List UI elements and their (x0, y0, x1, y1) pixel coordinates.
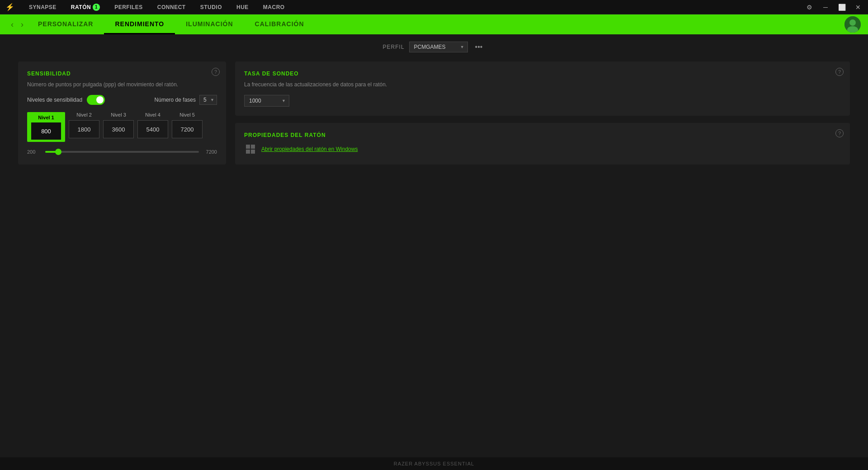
level-card-1[interactable]: Nivel 1 800 (27, 112, 65, 142)
tab-calibracion[interactable]: CALIBRACIÓN (244, 14, 315, 34)
nav-back-arrow[interactable]: ‹ (7, 18, 17, 31)
svg-rect-5 (246, 145, 250, 149)
level-card-5[interactable]: Nivel 5 7200 (172, 112, 203, 142)
profile-select-wrap: PCMGAMES Default Game1 (409, 42, 468, 52)
phases-label: Número de fases (155, 97, 196, 103)
nav-perfiles[interactable]: PERFILES (107, 0, 150, 14)
svg-point-3 (849, 19, 856, 26)
sensibilidad-title: SENSIBILIDAD (27, 70, 217, 77)
polling-help-icon[interactable]: ? (835, 68, 844, 76)
polling-title: TASA DE SONDEO (244, 70, 841, 77)
level-label-3: Nivel 3 (111, 112, 126, 118)
level-active-wrap-1: Nivel 1 800 (27, 112, 65, 142)
level-value-5[interactable]: 7200 (172, 120, 203, 138)
nav-synapse[interactable]: SYNAPSE (22, 0, 64, 14)
polling-panel: ? TASA DE SONDEO La frecuencia de las ac… (235, 61, 850, 116)
level-card-4[interactable]: Nivel 4 5400 (137, 112, 168, 142)
profile-label: PERFIL (383, 44, 405, 50)
level-card-2[interactable]: Nivel 2 1800 (69, 112, 99, 142)
sub-nav-right (844, 16, 861, 33)
device-badge: 1 (93, 4, 100, 11)
mouse-props-title: PROPIEDADES DEL RATÓN (244, 132, 841, 138)
level-label-1: Nivel 1 (31, 115, 61, 120)
nav-forward-arrow[interactable]: › (17, 18, 27, 31)
slider-max-label: 7200 (203, 149, 217, 155)
level-value-1[interactable]: 800 (31, 122, 61, 140)
tab-rendimiento[interactable]: RENDIMIENTO (104, 14, 175, 34)
polling-select-wrap: 125 250 500 1000 (244, 95, 289, 107)
svg-rect-6 (251, 145, 255, 149)
right-panels: ? TASA DE SONDEO La frecuencia de las ac… (235, 61, 850, 164)
level-label-5: Nivel 5 (179, 112, 195, 118)
mouse-props-help-icon[interactable]: ? (835, 129, 844, 137)
svg-text:⚡: ⚡ (5, 3, 14, 11)
nav-macro[interactable]: MACRO (256, 0, 292, 14)
nav-studio[interactable]: STUDIO (193, 0, 229, 14)
level-value-2[interactable]: 1800 (69, 120, 99, 138)
profile-select[interactable]: PCMGAMES Default Game1 (409, 42, 468, 52)
close-button[interactable]: ✕ (852, 1, 864, 14)
main-content: ? SENSIBILIDAD Número de puntos por pulg… (0, 56, 868, 170)
maximize-button[interactable]: ⬜ (835, 1, 848, 14)
levels-grid: Nivel 1 800 Nivel 2 1800 Nivel 3 3600 Ni… (27, 112, 217, 142)
sensitivity-toggle-row: Niveles de sensibilidad Número de fases … (27, 95, 217, 105)
phases-select[interactable]: 1 2 3 4 5 (199, 95, 217, 105)
sensitivity-toggle-left: Niveles de sensibilidad (27, 95, 105, 105)
sensibilidad-panel: ? SENSIBILIDAD Número de puntos por pulg… (18, 61, 226, 164)
windows-icon (244, 143, 257, 155)
razer-logo: ⚡ (4, 1, 16, 14)
nav-raton[interactable]: RATÓN 1 (64, 0, 107, 14)
top-nav-items: SYNAPSE RATÓN 1 PERFILES CONNECT STUDIO … (22, 0, 803, 14)
minimize-button[interactable]: ─ (819, 1, 832, 14)
slider-min-label: 200 (27, 149, 41, 155)
polling-desc: La frecuencia de las actualizaciones de … (244, 80, 841, 89)
nav-connect[interactable]: CONNECT (150, 0, 193, 14)
open-mouse-props-link[interactable]: Abrir propiedades del ratón en Windows (244, 143, 841, 155)
footer: RAZER ABYSSUS ESSENTIAL (0, 457, 868, 470)
level-value-3[interactable]: 3600 (103, 120, 134, 138)
svg-rect-7 (246, 150, 250, 154)
level-value-4[interactable]: 5400 (137, 120, 168, 138)
phases-select-wrap: 1 2 3 4 5 (199, 95, 217, 105)
level-label-2: Nivel 2 (76, 112, 92, 118)
sensibilidad-desc: Número de puntos por pulgada (ppp) del m… (27, 80, 217, 89)
tab-iluminacion[interactable]: ILUMINACIÓN (175, 14, 244, 34)
polling-select[interactable]: 125 250 500 1000 (244, 95, 289, 107)
sensitivity-toggle[interactable] (87, 95, 105, 105)
svg-rect-8 (251, 150, 255, 154)
top-nav: ⚡ SYNAPSE RATÓN 1 PERFILES CONNECT STUDI… (0, 0, 868, 14)
profile-more-button[interactable]: ••• (472, 42, 486, 52)
top-nav-right: ⚙ ─ ⬜ ✕ (803, 1, 864, 14)
slider-thumb[interactable] (55, 149, 61, 155)
sensitivity-slider-row: 200 7200 (27, 149, 217, 155)
level-label-4: Nivel 4 (145, 112, 160, 118)
mouse-props-panel: ? PROPIEDADES DEL RATÓN Abrir propiedade… (235, 123, 850, 164)
level-card-3[interactable]: Nivel 3 3600 (103, 112, 134, 142)
sensibilidad-help-icon[interactable]: ? (212, 68, 220, 76)
profile-row: PERFIL PCMGAMES Default Game1 ••• (0, 34, 868, 56)
footer-text: RAZER ABYSSUS ESSENTIAL (394, 461, 474, 466)
phases-row: Número de fases 1 2 3 4 5 (155, 95, 217, 105)
sub-nav: ‹ › PERSONALIZAR RENDIMIENTO ILUMINACIÓN… (0, 14, 868, 34)
settings-button[interactable]: ⚙ (803, 1, 816, 14)
nav-hue[interactable]: HUE (229, 0, 256, 14)
sensitivity-toggle-label: Niveles de sensibilidad (27, 97, 82, 103)
sensitivity-slider-track[interactable] (45, 151, 199, 153)
avatar[interactable] (844, 16, 861, 33)
tab-personalizar[interactable]: PERSONALIZAR (27, 14, 104, 34)
